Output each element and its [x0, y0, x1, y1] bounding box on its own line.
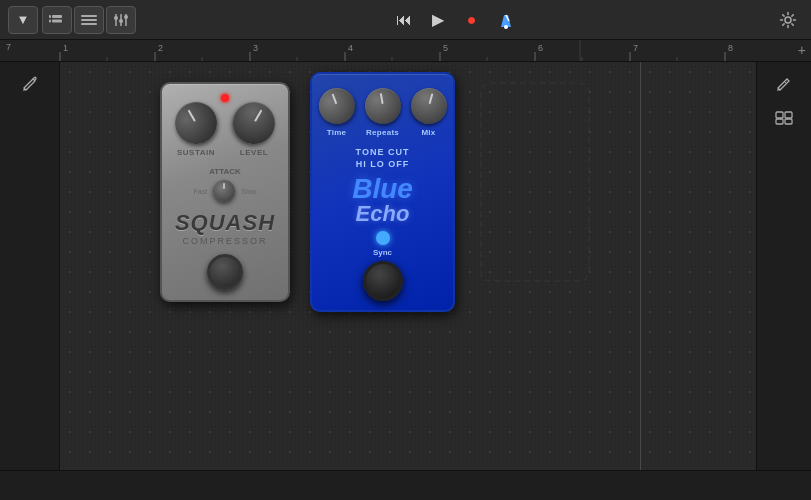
squash-title-line2: COMPRESSOR — [175, 236, 275, 246]
pen-tool[interactable] — [769, 70, 799, 98]
slow-label: Slow — [241, 188, 256, 195]
repeats-label: Repeats — [366, 128, 399, 137]
fast-label: Fast — [194, 188, 208, 195]
svg-text:6: 6 — [538, 43, 543, 53]
attack-header-label: ATTACK — [194, 167, 257, 176]
blue-echo-pedal[interactable]: Time Repeats Mix TONE CUT HI LO OFF Blue… — [310, 72, 455, 312]
time-knob-group: Time — [319, 88, 355, 137]
sync-led — [376, 231, 390, 245]
svg-rect-43 — [785, 112, 792, 118]
blue-echo-title-blue: Blue — [352, 175, 413, 203]
list-icon — [81, 14, 97, 26]
svg-text:3: 3 — [253, 43, 258, 53]
pencil-tool[interactable] — [16, 70, 44, 98]
dropdown-icon: ▼ — [17, 12, 30, 27]
rewind-button[interactable]: ⏮ — [388, 6, 420, 34]
svg-rect-3 — [49, 19, 51, 22]
svg-point-10 — [114, 16, 118, 20]
attack-toggle[interactable] — [213, 180, 235, 202]
svg-rect-1 — [49, 15, 51, 18]
blue-echo-footswitch[interactable] — [363, 261, 403, 301]
settings-button[interactable] — [773, 6, 803, 34]
squash-title-area: SQUASH COMPRESSOR — [175, 212, 275, 246]
track-view-button[interactable] — [42, 6, 72, 34]
svg-text:1: 1 — [63, 43, 68, 53]
play-button[interactable]: ▶ — [422, 6, 454, 34]
blue-echo-title-area: Blue Echo — [352, 175, 413, 225]
squash-led — [221, 94, 229, 102]
view-controls — [42, 6, 136, 34]
svg-text:2: 2 — [158, 43, 163, 53]
pen-icon — [776, 76, 792, 92]
attack-section: ATTACK Fast Slow — [194, 167, 257, 202]
mixer-button[interactable] — [106, 6, 136, 34]
svg-text:4: 4 — [348, 43, 353, 53]
svg-point-15 — [504, 25, 508, 29]
svg-point-12 — [124, 15, 128, 19]
ruler-ticks: 1 2 3 4 5 6 7 8 — [0, 40, 811, 62]
svg-text:8: 8 — [728, 43, 733, 53]
mix-label: Mix — [421, 128, 435, 137]
pedalboard: SUSTAIN LEVEL ATTACK Fast Slow SQUASH — [60, 62, 756, 470]
timeline-ruler: 7 1 2 3 4 5 6 7 8 — [0, 40, 811, 62]
track-icon — [49, 14, 65, 26]
sync-label: Sync — [373, 248, 392, 257]
svg-line-41 — [785, 82, 787, 84]
tone-cut-label: TONE CUT — [356, 147, 410, 157]
gear-icon — [779, 11, 797, 29]
toolbar: ▼ — [0, 0, 811, 40]
browser-icon — [775, 111, 793, 125]
hi-lo-off-label: HI LO OFF — [356, 159, 410, 169]
svg-rect-5 — [81, 19, 97, 21]
dropdown-button[interactable]: ▼ — [8, 6, 38, 34]
squash-knobs-row: SUSTAIN LEVEL — [175, 102, 275, 157]
svg-rect-2 — [52, 19, 62, 22]
squash-compressor-pedal[interactable]: SUSTAIN LEVEL ATTACK Fast Slow SQUASH — [160, 82, 290, 302]
svg-rect-0 — [52, 15, 62, 18]
time-label: Time — [327, 128, 347, 137]
level-knob[interactable] — [225, 94, 282, 151]
left-sidebar — [0, 62, 60, 470]
browser-button[interactable] — [769, 104, 799, 132]
mix-knob-group: Mix — [411, 88, 447, 137]
svg-rect-6 — [81, 23, 97, 25]
timeline-playhead-line — [640, 62, 641, 470]
sustain-knob[interactable] — [167, 94, 224, 151]
mixer-icon — [113, 13, 129, 27]
squash-title-line1: SQUASH — [175, 212, 275, 234]
svg-rect-4 — [81, 15, 97, 17]
svg-point-16 — [785, 17, 791, 23]
mix-knob[interactable] — [406, 84, 450, 128]
right-sidebar — [756, 62, 811, 470]
empty-pedal-slot — [480, 82, 590, 282]
metronome-icon — [497, 11, 515, 29]
blue-echo-title-echo: Echo — [352, 203, 413, 225]
svg-text:7: 7 — [633, 43, 638, 53]
transport-controls: ⏮ ▶ ● — [388, 6, 522, 34]
svg-rect-44 — [776, 119, 783, 124]
bottom-bar — [0, 470, 811, 500]
sustain-knob-group: SUSTAIN — [175, 102, 217, 157]
pencil-icon — [22, 76, 38, 92]
squash-footswitch[interactable] — [207, 254, 243, 290]
time-knob[interactable] — [313, 83, 359, 129]
echo-knobs-row: Time Repeats Mix — [319, 88, 447, 137]
level-knob-group: LEVEL — [233, 102, 275, 157]
list-view-button[interactable] — [74, 6, 104, 34]
sync-area: Sync — [373, 231, 392, 257]
sustain-label: SUSTAIN — [177, 148, 215, 157]
svg-rect-42 — [776, 112, 783, 118]
repeats-knob-group: Repeats — [365, 88, 401, 137]
record-button[interactable]: ● — [456, 6, 488, 34]
svg-rect-45 — [785, 119, 792, 124]
repeats-knob[interactable] — [362, 85, 404, 127]
metronome-button[interactable] — [490, 6, 522, 34]
ruler-add-button[interactable]: + — [798, 42, 806, 58]
svg-point-11 — [119, 19, 123, 23]
level-label: LEVEL — [240, 148, 268, 157]
svg-text:5: 5 — [443, 43, 448, 53]
